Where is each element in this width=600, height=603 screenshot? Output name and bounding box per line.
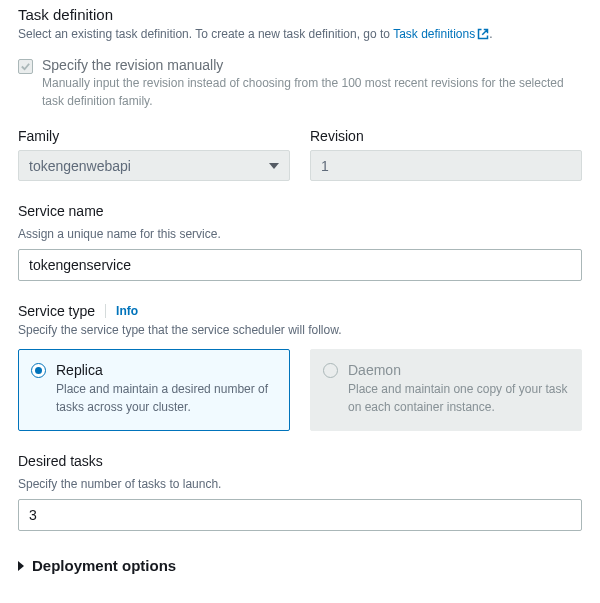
service-type-daemon-tile: Daemon Place and maintain one copy of yo… (310, 349, 582, 431)
family-select[interactable]: tokengenwebapi (18, 150, 290, 181)
task-definition-desc: Select an existing task definition. To c… (18, 25, 582, 45)
task-definition-desc-suffix: . (489, 27, 492, 41)
family-value: tokengenwebapi (29, 158, 131, 174)
replica-radio[interactable] (31, 363, 46, 378)
service-type-info-link[interactable]: Info (116, 304, 138, 318)
specify-revision-checkbox (18, 59, 33, 74)
service-type-label: Service type (18, 303, 95, 319)
task-definition-title: Task definition (18, 6, 582, 23)
check-icon (20, 61, 31, 72)
deployment-options-expander[interactable]: Deployment options (18, 557, 582, 574)
specify-revision-checkbox-row: Specify the revision manually Manually i… (18, 57, 582, 110)
service-type-desc: Specify the service type that the servic… (18, 321, 582, 339)
caret-right-icon (18, 561, 24, 571)
task-definitions-link-text: Task definitions (393, 27, 475, 41)
revision-field: Revision 1 (310, 128, 582, 181)
specify-revision-label: Specify the revision manually (42, 57, 582, 73)
service-type-field: Service type Info Specify the service ty… (18, 303, 582, 431)
revision-value: 1 (321, 158, 329, 174)
task-definition-section: Task definition Select an existing task … (18, 6, 582, 45)
service-name-label: Service name (18, 203, 582, 219)
deployment-options-label: Deployment options (32, 557, 176, 574)
daemon-radio (323, 363, 338, 378)
specify-revision-desc: Manually input the revision instead of c… (42, 74, 582, 110)
desired-tasks-field: Desired tasks Specify the number of task… (18, 453, 582, 531)
daemon-desc: Place and maintain one copy of your task… (348, 380, 569, 416)
external-link-icon (477, 27, 489, 45)
daemon-title: Daemon (348, 362, 569, 378)
replica-title: Replica (56, 362, 277, 378)
specify-revision-text: Specify the revision manually Manually i… (42, 57, 582, 110)
desired-tasks-input[interactable] (18, 499, 582, 531)
replica-desc: Place and maintain a desired number of t… (56, 380, 277, 416)
service-name-field: Service name Assign a unique name for th… (18, 203, 582, 281)
chevron-down-icon (269, 163, 279, 169)
service-name-input[interactable] (18, 249, 582, 281)
task-definition-desc-prefix: Select an existing task definition. To c… (18, 27, 393, 41)
service-name-desc: Assign a unique name for this service. (18, 225, 582, 243)
desired-tasks-desc: Specify the number of tasks to launch. (18, 475, 582, 493)
family-label: Family (18, 128, 290, 144)
revision-label: Revision (310, 128, 582, 144)
service-type-replica-tile[interactable]: Replica Place and maintain a desired num… (18, 349, 290, 431)
family-field: Family tokengenwebapi (18, 128, 290, 181)
divider (105, 304, 106, 318)
desired-tasks-label: Desired tasks (18, 453, 582, 469)
revision-input: 1 (310, 150, 582, 181)
task-definitions-link[interactable]: Task definitions (393, 27, 489, 41)
